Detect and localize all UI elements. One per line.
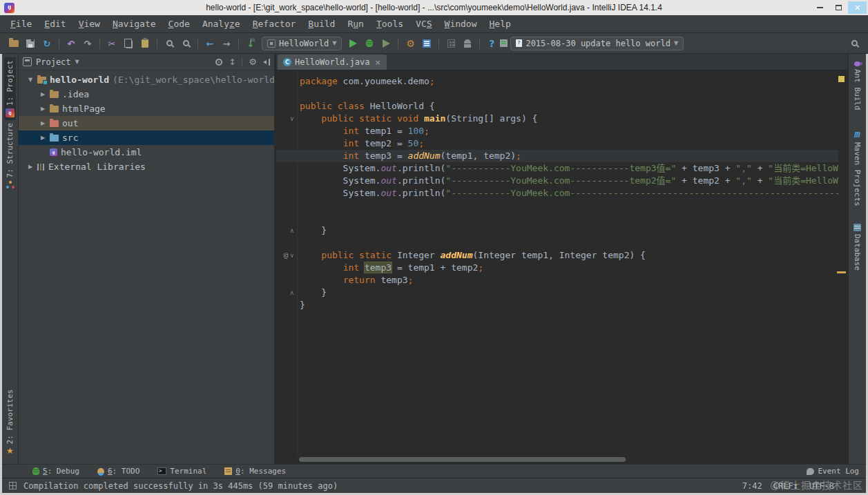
- editor-tab-helloworld[interactable]: C HelloWorld.java ×: [278, 55, 387, 70]
- menu-analyze[interactable]: Analyze: [196, 17, 247, 31]
- line-ending-indicator[interactable]: CRLF↕: [773, 481, 798, 491]
- stripe-tab-database[interactable]: Database: [851, 221, 863, 273]
- settings-repository-icon[interactable]: [500, 39, 508, 47]
- minimize-button[interactable]: [811, 1, 829, 14]
- code-line[interactable]: ∧ }: [276, 224, 838, 237]
- tree-item-hello-world-iml[interactable]: IJhello-world.iml: [19, 145, 274, 159]
- menu-vcs[interactable]: VCS: [409, 17, 438, 31]
- tree-item-hello-world[interactable]: ▼hello-world (E:\git_work_space\hello-wo…: [19, 72, 274, 87]
- close-button[interactable]: ✕: [848, 1, 867, 14]
- menu-edit[interactable]: Edit: [38, 17, 72, 31]
- editor-horizontal-scrollbar[interactable]: [276, 456, 848, 464]
- menu-code[interactable]: Code: [162, 17, 196, 31]
- stripe-tab-7-structure[interactable]: 7: Structure: [4, 120, 16, 191]
- redo-icon[interactable]: [79, 36, 96, 51]
- hide-panel-icon[interactable]: [263, 59, 270, 66]
- tree-item--idea[interactable]: ▶.idea: [19, 87, 274, 101]
- error-stripe-highlight-mark[interactable]: [837, 271, 846, 273]
- code-line[interactable]: }: [276, 299, 838, 311]
- search-everywhere-icon[interactable]: [851, 40, 858, 46]
- menu-file[interactable]: File: [4, 17, 38, 31]
- project-panel-title[interactable]: Project: [36, 57, 71, 67]
- stripe-tab-2-favorites[interactable]: 2: Favorites: [4, 387, 16, 458]
- coverage-icon[interactable]: [378, 36, 394, 51]
- toolwindow-button-0-messages[interactable]: 0: Messages: [224, 467, 286, 476]
- tree-item-htmlpage[interactable]: ▶htmlPage: [19, 101, 274, 116]
- fold-marker[interactable]: @∨: [276, 249, 297, 262]
- code-line[interactable]: int temp3 = temp1 + temp2;: [276, 262, 838, 274]
- code-line[interactable]: [276, 200, 838, 212]
- collapse-all-icon[interactable]: [229, 57, 235, 67]
- help-icon[interactable]: [483, 36, 500, 51]
- stripe-tab-ant-build[interactable]: Ant Build: [851, 59, 863, 113]
- binary-download-icon[interactable]: [242, 36, 259, 51]
- debug-icon[interactable]: [361, 36, 378, 51]
- caret-position[interactable]: 7:42: [742, 481, 762, 491]
- tree-item-external-libraries[interactable]: ▶External Libraries: [19, 159, 274, 174]
- maximize-button[interactable]: [829, 1, 848, 14]
- menu-tools[interactable]: Tools: [370, 17, 409, 31]
- replace-icon[interactable]: [177, 36, 194, 51]
- run-icon[interactable]: [345, 36, 361, 51]
- code-line[interactable]: System.out.println("-----------YouMeek.c…: [276, 187, 838, 200]
- toolwindow-button-5-debug[interactable]: 5: Debug: [32, 467, 79, 476]
- fold-marker[interactable]: ∨: [276, 113, 297, 125]
- task-changelist-select[interactable]: 2015-08-30 update hello world ▼: [510, 37, 684, 50]
- forward-icon[interactable]: [218, 36, 235, 51]
- code-line[interactable]: int temp3 = addNum(temp1, temp2);: [276, 150, 838, 162]
- code-line[interactable]: int temp1 = 100;: [276, 125, 838, 137]
- scroll-to-source-icon[interactable]: [215, 59, 222, 66]
- code-line[interactable]: @∨ public static Integer addNum(Integer …: [276, 249, 838, 262]
- chevron-right-icon[interactable]: ▶: [27, 164, 34, 170]
- chevron-right-icon[interactable]: ▶: [39, 91, 46, 97]
- sync-icon[interactable]: [39, 36, 55, 51]
- gear-icon[interactable]: [249, 57, 257, 67]
- menu-navigate[interactable]: Navigate: [106, 17, 162, 31]
- android-icon[interactable]: [459, 36, 476, 51]
- code-editor[interactable]: package com.youmeek.demo;public class He…: [276, 70, 848, 456]
- menu-window[interactable]: Window: [438, 17, 483, 31]
- menu-run[interactable]: Run: [341, 17, 369, 31]
- code-line[interactable]: package com.youmeek.demo;: [276, 75, 838, 88]
- paste-icon[interactable]: [137, 36, 153, 51]
- menu-help[interactable]: Help: [483, 17, 517, 31]
- event-log-button[interactable]: Event Log: [807, 467, 859, 476]
- close-tab-icon[interactable]: ×: [374, 58, 380, 67]
- code-line[interactable]: [276, 212, 838, 224]
- menu-refactor[interactable]: Refactor: [247, 17, 302, 31]
- code-line[interactable]: public class HelloWorld {: [276, 100, 838, 113]
- tree-item-out[interactable]: ▶out: [19, 116, 274, 130]
- code-line[interactable]: int temp2 = 50;: [276, 137, 838, 150]
- error-stripe-warning-mark[interactable]: [838, 76, 845, 82]
- menu-view[interactable]: View: [73, 17, 106, 31]
- copy-icon[interactable]: [120, 36, 137, 51]
- open-folder-icon[interactable]: [6, 36, 22, 51]
- code-line[interactable]: return temp3;: [276, 274, 838, 287]
- chevron-right-icon[interactable]: ▶: [39, 135, 46, 141]
- code-line[interactable]: ∧ }: [276, 287, 838, 299]
- chevron-right-icon[interactable]: ▶: [39, 106, 46, 112]
- tool-window-switcher-icon[interactable]: [9, 482, 17, 489]
- stripe-tab-1-project[interactable]: 1: ProjectIJ: [4, 57, 16, 120]
- code-line[interactable]: System.out.println("-----------YouMeek.c…: [276, 162, 838, 175]
- code-line[interactable]: [276, 237, 838, 249]
- stripe-tab-maven-projects[interactable]: Maven Projects: [851, 126, 863, 209]
- tree-item-src[interactable]: ▶src: [19, 130, 274, 145]
- code-line[interactable]: System.out.println("-----------YouMeek.c…: [276, 175, 838, 187]
- menu-build[interactable]: Build: [302, 17, 341, 31]
- back-icon[interactable]: [202, 36, 218, 51]
- cut-icon[interactable]: [104, 36, 120, 51]
- toolwindow-button-6-todo[interactable]: 6: TODO: [97, 467, 139, 476]
- undo-icon[interactable]: [63, 36, 79, 51]
- fold-end-marker[interactable]: ∧: [276, 287, 297, 299]
- code-line[interactable]: ∨ public static void main(String[] args)…: [276, 113, 838, 125]
- toolwindow-button-terminal[interactable]: Terminal: [157, 467, 206, 476]
- save-all-icon[interactable]: [22, 36, 39, 51]
- find-icon[interactable]: [161, 36, 177, 51]
- code-line[interactable]: [276, 88, 838, 100]
- settings-icon[interactable]: [402, 36, 418, 51]
- chevron-right-icon[interactable]: ▶: [39, 120, 46, 126]
- scrollbar-thumb[interactable]: [299, 457, 626, 462]
- fold-end-marker[interactable]: ∧: [276, 224, 297, 237]
- encoding-indicator[interactable]: UTF-8: [809, 481, 834, 491]
